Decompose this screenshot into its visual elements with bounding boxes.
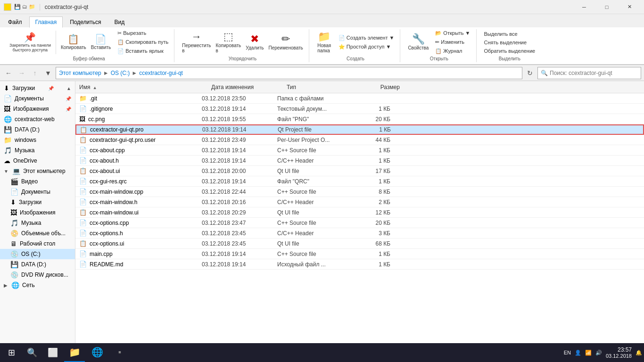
table-row[interactable]: 📄 main.cpp 03.12.2018 19:14 C++ Source f…	[75, 249, 644, 259]
invertselect-button[interactable]: Обратить выделение	[482, 47, 537, 55]
file-name-text: ccx-about.h	[90, 157, 119, 164]
breadcrumb-computer[interactable]: Этот компьютер	[59, 70, 101, 76]
select-label: Выделить	[482, 56, 537, 62]
copyto-button[interactable]: ⬚ Копироватьв	[214, 31, 243, 54]
sidebar-item-dvd[interactable]: 💿 DVD RW дисков...	[0, 270, 75, 280]
table-row[interactable]: 📄 ccx-main-window.cpp 03.12.2018 22:44 C…	[75, 187, 644, 197]
file-name-text: ccx-main-window.h	[90, 199, 137, 206]
sidebar-item-images2[interactable]: 🖼 Изображения	[0, 207, 75, 218]
copypath-button[interactable]: 📋 Скопировать путь	[116, 38, 170, 46]
table-row[interactable]: 📋 ccx-main-window.ui 03.12.2018 20:29 Qt…	[75, 207, 644, 218]
newitem-button[interactable]: 📄 Создать элемент ▼	[337, 34, 396, 42]
sidebar-item-ccextractor-web[interactable]: 🌐 ccextractor-web	[0, 114, 75, 124]
maximize-button[interactable]: □	[596, 0, 618, 14]
col-type-header[interactable]: Тип	[287, 84, 362, 90]
file-type: C++ Source file	[277, 189, 353, 195]
history-button[interactable]: 📋 Журнал	[433, 47, 472, 55]
sidebar-item-os-c[interactable]: 💿 OS (C:)	[0, 249, 75, 259]
edit-button[interactable]: ✏ Изменить	[433, 38, 472, 46]
table-row[interactable]: 📄 README.md 03.12.2018 19:14 Исходный фа…	[75, 259, 644, 270]
cut-button[interactable]: ✂ Вырезать	[116, 29, 170, 37]
moveto-button[interactable]: → Переместитьв	[180, 31, 213, 54]
open-button[interactable]: 📂 Открыть ▼	[433, 29, 472, 37]
table-row[interactable]: 📄 ccx-options.cpp 03.12.2018 23:47 C++ S…	[75, 218, 644, 228]
delete-icon: ✖	[250, 34, 259, 44]
easyaccess-button[interactable]: ⭐ Простой доступ ▼	[337, 43, 396, 51]
sidebar-item-music[interactable]: 🎵 Музыка	[0, 145, 75, 156]
table-row[interactable]: 📁 .git 03.12.2018 23:50 Папка с файлами	[75, 93, 644, 104]
taskbar: ⊞ 🔍 ⬜ 📁 🌐 ▪ EN 👤 📶 🔊 23:57 03.12.2018 🔔	[0, 343, 644, 362]
sidebar-item-data-d2[interactable]: 💾 DATA (D:)	[0, 259, 75, 270]
start-button[interactable]: ⊞	[2, 343, 21, 362]
refresh-button[interactable]: ↻	[524, 67, 536, 79]
select-small-buttons: Выделить все Снять выделение Обратить вы…	[482, 30, 537, 55]
sidebar-item-downloads2[interactable]: ⬇ Загрузки	[0, 197, 75, 207]
table-row[interactable]: 🖼 cc.png 03.12.2018 19:55 Файл "PNG" 20 …	[75, 114, 644, 124]
sidebar-item-onedrive[interactable]: ☁ OneDrive	[0, 156, 75, 166]
tab-home[interactable]: Главная	[29, 16, 63, 28]
taskbar-explorer[interactable]: 📁	[64, 343, 85, 362]
tab-view[interactable]: Вид	[108, 16, 131, 27]
minimize-button[interactable]: ─	[573, 0, 595, 14]
search-button[interactable]: 🔍	[23, 343, 41, 362]
selectall-button[interactable]: Выделить все	[482, 30, 537, 38]
properties-icon: 🔧	[412, 34, 425, 44]
pasteshortcut-button[interactable]: 📄 Вставить ярлык	[116, 47, 170, 55]
up-button[interactable]: ↑	[29, 67, 41, 79]
sidebar-item-images[interactable]: 🖼 Изображения 📌	[0, 104, 75, 114]
table-row[interactable]: 📄 .gitignore 03.12.2018 19:14 Текстовый …	[75, 104, 644, 114]
table-row[interactable]: 📄 ccx-about.h 03.12.2018 19:14 C/C++ Hea…	[75, 156, 644, 166]
table-row[interactable]: 📋 ccextractor-gui-qt.pro 03.12.2018 19:1…	[75, 124, 644, 135]
taskview-button[interactable]: ⬜	[43, 343, 62, 362]
search-box[interactable]: 🔍	[537, 67, 641, 79]
col-size-header[interactable]: Размер	[362, 84, 400, 90]
tab-share[interactable]: Поделиться	[64, 16, 107, 27]
properties-button[interactable]: 🔧 Свойства	[406, 33, 430, 51]
sidebar-item-documents[interactable]: 📄 Документы 📌	[0, 93, 75, 104]
taskbar-chrome[interactable]: 🌐	[87, 343, 107, 362]
file-date: 03.12.2018 19:14	[202, 126, 278, 133]
notification-icon[interactable]: 🔔	[636, 350, 642, 356]
file-icon: 🖼	[79, 115, 85, 123]
taskbar-cmd[interactable]: ▪	[109, 343, 130, 362]
rename-button[interactable]: ✏ Переименовать	[267, 33, 305, 51]
pin-button[interactable]: 📌 Закрепить на панелибыстрого доступа	[8, 32, 53, 53]
search-input[interactable]	[550, 70, 638, 76]
windows-icon: 📁	[4, 136, 12, 144]
table-row[interactable]: 📄 ccx-main-window.h 03.12.2018 20:16 C/C…	[75, 197, 644, 207]
copy-button[interactable]: 📋 Копировать	[59, 33, 88, 51]
forward-button[interactable]: →	[16, 67, 27, 79]
sidebar-item-downloads[interactable]: ⬇ Загрузки 📌 ▲	[0, 83, 75, 93]
delete-button[interactable]: ✖ Удалить	[244, 33, 265, 51]
table-row[interactable]: 📄 ccx-about.cpp 03.12.2018 19:14 C++ Sou…	[75, 145, 644, 156]
file-type: Исходный файл ...	[277, 261, 353, 268]
col-date-header[interactable]: Дата изменения	[211, 84, 287, 90]
sidebar-item-video[interactable]: 🎬 Видео	[0, 176, 75, 187]
tab-file[interactable]: Файл	[2, 16, 28, 27]
sidebar-item-network[interactable]: ▶ 🌐 Сеть	[0, 280, 75, 290]
sidebar-item-windows[interactable]: 📁 windows	[0, 135, 75, 145]
sidebar-item-desktop[interactable]: 🖥 Рабочий стол	[0, 239, 75, 249]
sidebar-item-volumes[interactable]: 📀 Объемные объ...	[0, 228, 75, 239]
sidebar-item-this-pc[interactable]: ▼ 💻 Этот компьютер	[0, 166, 75, 176]
table-row[interactable]: 📄 ccx-gui-res.qrc 03.12.2018 19:14 Файл …	[75, 176, 644, 187]
back-button[interactable]: ←	[3, 67, 14, 79]
table-row[interactable]: 📋 ccx-about.ui 03.12.2018 20:00 Qt UI fi…	[75, 166, 644, 176]
newfolder-button[interactable]: 📁 Новаяпапка	[315, 31, 334, 54]
breadcrumb[interactable]: Этот компьютер ► OS (C:) ► ccextractor-g…	[56, 67, 522, 79]
deselectall-button[interactable]: Снять выделение	[482, 39, 537, 46]
sidebar-item-documents2[interactable]: 📄 Документы	[0, 187, 75, 197]
sidebar-item-data-d[interactable]: 💾 DATA (D:)	[0, 124, 75, 135]
table-row[interactable]: 📋 ccx-options.ui 03.12.2018 23:45 Qt UI …	[75, 239, 644, 249]
close-button[interactable]: ✕	[619, 0, 640, 14]
table-row[interactable]: 📋 ccextractor-gui-qt.pro.user 03.12.2018…	[75, 135, 644, 145]
recent-locations-button[interactable]: ▼	[42, 67, 54, 79]
paste-button[interactable]: 📄 Вставить	[89, 33, 113, 51]
file-date: 03.12.2018 23:50	[202, 95, 277, 102]
breadcrumb-drive[interactable]: OS (C:)	[111, 70, 130, 76]
table-row[interactable]: 📄 ccx-options.h 03.12.2018 23:45 C/C++ H…	[75, 228, 644, 239]
file-name-text: ccextractor-gui-qt.pro	[90, 126, 143, 133]
breadcrumb-folder[interactable]: ccextractor-gui-qt	[139, 70, 183, 76]
col-name-header[interactable]: Имя ▲	[79, 84, 211, 90]
sidebar-item-music2[interactable]: 🎵 Музыка	[0, 218, 75, 228]
